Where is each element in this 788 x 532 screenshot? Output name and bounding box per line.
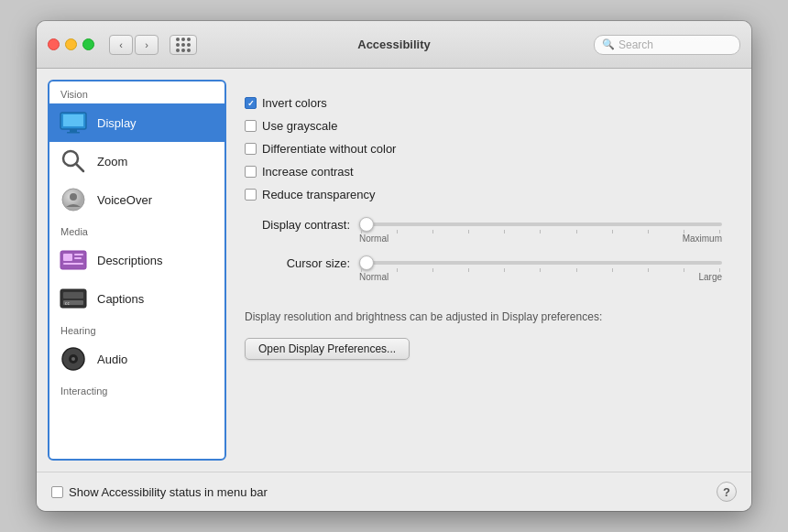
- grayscale-checkbox[interactable]: [245, 120, 257, 132]
- invert-colors-checkbox[interactable]: [245, 97, 257, 109]
- svg-point-7: [70, 193, 77, 201]
- svg-rect-16: [63, 292, 83, 299]
- sidebar-section-interacting: Interacting: [49, 378, 224, 400]
- display-contrast-section: Display contrast:: [245, 218, 722, 244]
- right-panel: Invert colors Use grayscale Differentiat…: [226, 80, 740, 461]
- svg-point-19: [71, 357, 75, 361]
- nav-buttons: ‹ ›: [109, 35, 159, 55]
- titlebar: ‹ › Accessibility 🔍 Search: [37, 21, 751, 69]
- sidebar-item-audio[interactable]: Audio: [49, 340, 224, 378]
- forward-button[interactable]: ›: [135, 35, 159, 55]
- menu-bar-status-row[interactable]: Show Accessibility status in menu bar: [51, 485, 709, 499]
- info-text: Display resolution and brightness can be…: [245, 309, 722, 325]
- cursor-size-track-container: [359, 261, 722, 266]
- main-content: Vision Display: [37, 69, 751, 472]
- differentiate-checkbox[interactable]: [245, 143, 257, 155]
- display-contrast-min: Normal: [359, 233, 389, 244]
- grid-button[interactable]: [170, 35, 197, 55]
- svg-rect-2: [70, 129, 77, 132]
- captions-icon: CC: [59, 284, 88, 313]
- sidebar-section-hearing: Hearing: [49, 318, 224, 340]
- contrast-label: Increase contrast: [262, 165, 354, 179]
- invert-colors-label: Invert colors: [262, 96, 327, 110]
- sidebar-item-audio-label: Audio: [97, 353, 127, 366]
- svg-line-5: [76, 164, 83, 171]
- differentiate-label: Differentiate without color: [262, 142, 396, 156]
- display-contrast-label: Display contrast:: [245, 218, 350, 232]
- sidebar-item-voiceover[interactable]: VoiceOver: [49, 180, 224, 219]
- sidebar-item-descriptions-label: Descriptions: [97, 254, 163, 267]
- checkbox-transparency[interactable]: Reduce transparency: [245, 186, 722, 203]
- sidebar-item-captions-label: Captions: [97, 292, 144, 306]
- transparency-checkbox[interactable]: [245, 189, 257, 201]
- traffic-lights: [48, 38, 94, 50]
- zoom-icon: [59, 147, 88, 176]
- help-button[interactable]: ?: [717, 482, 737, 502]
- svg-rect-12: [63, 263, 83, 265]
- cursor-size-max: Large: [698, 272, 722, 282]
- display-contrast-track-container: [359, 223, 722, 228]
- sidebar-item-descriptions[interactable]: Descriptions: [49, 241, 224, 279]
- checkbox-contrast[interactable]: Increase contrast: [245, 163, 722, 180]
- search-icon: 🔍: [602, 38, 615, 50]
- checkbox-differentiate[interactable]: Differentiate without color: [245, 140, 722, 157]
- svg-text:CC: CC: [65, 301, 70, 306]
- bottom-bar: Show Accessibility status in menu bar ?: [37, 472, 751, 511]
- cursor-size-row: Cursor size:: [245, 256, 722, 270]
- svg-rect-11: [74, 257, 82, 259]
- checkbox-grayscale[interactable]: Use grayscale: [245, 117, 722, 135]
- sidebar: Vision Display: [48, 80, 226, 461]
- cursor-size-track[interactable]: [359, 261, 722, 265]
- sidebar-item-display-label: Display: [97, 116, 137, 130]
- voiceover-icon: [59, 185, 88, 214]
- grid-icon: [176, 38, 191, 52]
- display-contrast-row: Display contrast:: [245, 218, 722, 232]
- sidebar-item-zoom-label: Zoom: [97, 155, 127, 168]
- svg-rect-3: [67, 132, 80, 134]
- search-box[interactable]: 🔍 Search: [594, 35, 740, 55]
- main-window: ‹ › Accessibility 🔍 Search Vision: [37, 21, 751, 511]
- descriptions-icon: [59, 245, 88, 275]
- display-contrast-track[interactable]: [359, 223, 722, 226]
- sidebar-item-captions[interactable]: CC Captions: [49, 279, 224, 318]
- display-icon: [59, 108, 88, 137]
- grayscale-label: Use grayscale: [262, 119, 337, 133]
- sidebar-item-display[interactable]: Display: [49, 103, 224, 142]
- window-title: Accessibility: [357, 38, 431, 51]
- search-placeholder: Search: [618, 38, 653, 51]
- close-button[interactable]: [48, 38, 60, 50]
- transparency-label: Reduce transparency: [262, 188, 376, 201]
- menu-bar-status-checkbox[interactable]: [51, 486, 63, 498]
- cursor-size-section: Cursor size:: [245, 256, 722, 282]
- menu-bar-status-label: Show Accessibility status in menu bar: [69, 485, 268, 499]
- sidebar-item-zoom[interactable]: Zoom: [49, 142, 224, 180]
- open-display-prefs-button[interactable]: Open Display Preferences...: [245, 338, 410, 360]
- sidebar-item-voiceover-label: VoiceOver: [97, 193, 152, 207]
- back-button[interactable]: ‹: [109, 35, 133, 55]
- display-contrast-max: Maximum: [683, 233, 722, 244]
- minimize-button[interactable]: [65, 38, 77, 50]
- svg-rect-10: [74, 254, 83, 255]
- contrast-checkbox[interactable]: [245, 166, 257, 178]
- cursor-size-min: Normal: [359, 272, 389, 282]
- checkbox-invert-colors[interactable]: Invert colors: [245, 94, 722, 112]
- sidebar-section-vision: Vision: [49, 81, 224, 103]
- sidebar-section-media: Media: [49, 219, 224, 241]
- cursor-size-label: Cursor size:: [245, 256, 350, 270]
- svg-rect-1: [63, 114, 83, 126]
- maximize-button[interactable]: [82, 38, 94, 50]
- svg-rect-9: [63, 254, 72, 261]
- audio-icon: [59, 344, 88, 374]
